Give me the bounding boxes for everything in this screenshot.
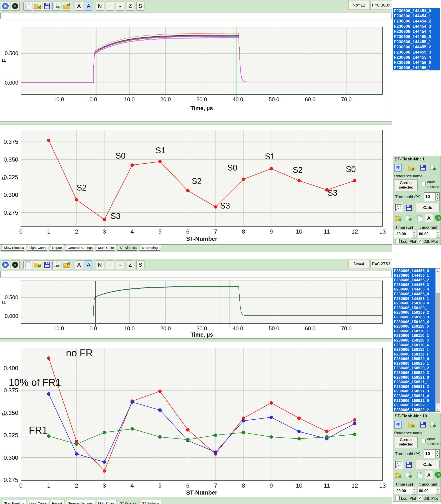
- st-data-point[interactable]: [298, 437, 301, 440]
- open-file-button[interactable]: [33, 1, 42, 11]
- file-list-item[interactable]: F230606_144456_1: [393, 65, 440, 70]
- file-list-item[interactable]: F230606_144456_1: [393, 296, 440, 301]
- open-reference-button[interactable]: [408, 421, 414, 427]
- export-file-button[interactable]: [52, 260, 62, 269]
- st-data-point[interactable]: [75, 442, 78, 446]
- st-data-point[interactable]: [75, 452, 78, 456]
- st-data-point[interactable]: [269, 401, 273, 405]
- file-list-item[interactable]: F230606_150520_3: [393, 370, 440, 375]
- export-result-button[interactable]: [406, 472, 412, 478]
- st-data-point[interactable]: [214, 450, 217, 454]
- mode-button-a[interactable]: A: [75, 1, 83, 11]
- file-list-item[interactable]: F230606_144455_2: [393, 45, 440, 50]
- threshold-spinner[interactable]: ▲▼: [435, 450, 440, 458]
- file-list-item[interactable]: F230606_144454_4: [393, 29, 440, 34]
- scatter-view-button[interactable]: [394, 460, 403, 469]
- save-result-button[interactable]: [406, 205, 412, 211]
- mode-button--[interactable]: -: [116, 260, 124, 269]
- st-data-point[interactable]: [103, 469, 106, 473]
- st-data-point[interactable]: [186, 428, 189, 432]
- file-list-item[interactable]: F230606_150109_3: [393, 315, 440, 319]
- st-data-point[interactable]: [269, 416, 273, 419]
- export-file-button[interactable]: [52, 1, 62, 11]
- threshold-value[interactable]: 10: [424, 450, 435, 458]
- spin-down-arrow[interactable]: ▼: [412, 234, 416, 237]
- tmax-input-spinner[interactable]: ▲▼: [436, 230, 440, 237]
- file-list-item[interactable]: F230606_150110_4: [393, 343, 440, 347]
- mode-button-s[interactable]: S: [136, 1, 144, 11]
- diff-plot-checkbox[interactable]: ✓: [418, 239, 422, 243]
- tab-general-settings[interactable]: General Settings: [65, 500, 95, 504]
- play-button[interactable]: [1, 260, 10, 269]
- spin-down-arrow[interactable]: ▼: [412, 491, 416, 495]
- tab-slow-kinetics[interactable]: Slow Kinetics: [1, 245, 26, 251]
- threshold-spinbox[interactable]: 10▲▼: [424, 192, 440, 201]
- tmax-input-spinner[interactable]: ▲▼: [436, 487, 440, 495]
- file-list-item[interactable]: F230606_144454_3: [393, 24, 440, 29]
- file-list-item[interactable]: F230606_144455_0: [393, 34, 440, 39]
- spin-up-arrow[interactable]: ▲: [436, 193, 440, 197]
- reference-mode-button[interactable]: R: [394, 164, 402, 172]
- tab-st-settings[interactable]: ST Settings: [140, 500, 162, 504]
- view-corrected-checkbox[interactable]: [422, 439, 426, 443]
- tab-slow-kinetics[interactable]: Slow Kinetics: [1, 500, 26, 504]
- tab-st-kinetics[interactable]: ST Kinetics: [117, 500, 139, 504]
- file-list-item[interactable]: F230606_144455_2: [393, 278, 440, 282]
- file-list-item[interactable]: F230606_150521_4: [393, 394, 440, 398]
- mode-button-s[interactable]: S: [136, 260, 144, 269]
- file-list-item[interactable]: F230606_144455_3: [393, 282, 440, 287]
- st-data-point[interactable]: [130, 400, 134, 404]
- open-file-button[interactable]: [33, 260, 42, 269]
- st-data-point[interactable]: [325, 430, 329, 433]
- tmax-input-value[interactable]: 80.00: [418, 230, 436, 237]
- file-list-item[interactable]: F230606_150521_2: [393, 384, 440, 389]
- st-data-point[interactable]: [353, 418, 356, 422]
- tab-light-curve[interactable]: Light Curve: [27, 245, 49, 251]
- threshold-value[interactable]: 10: [424, 193, 435, 201]
- file-list-item[interactable]: F230606_150110_2: [393, 333, 440, 338]
- export-result-button[interactable]: [406, 215, 412, 221]
- st-data-point[interactable]: [353, 179, 356, 182]
- file-list-item[interactable]: F230606_144455_3: [393, 50, 440, 55]
- spin-down-arrow[interactable]: ▼: [436, 197, 440, 201]
- st-data-point[interactable]: [242, 431, 245, 434]
- file-list-item[interactable]: F230606_150521_1: [393, 379, 440, 384]
- st-data-point[interactable]: [103, 218, 106, 221]
- st-data-point[interactable]: [158, 408, 162, 412]
- mode-button--[interactable]: -: [116, 1, 124, 11]
- tab-report[interactable]: Report: [49, 500, 64, 504]
- listbox-scrollbar[interactable]: ▲▼: [435, 268, 440, 411]
- spin-up-arrow[interactable]: ▲: [436, 230, 440, 234]
- st-data-point[interactable]: [242, 419, 245, 423]
- tmax-input[interactable]: 80.00▲▼: [418, 230, 440, 238]
- st-data-point[interactable]: [158, 160, 162, 163]
- file-list-item[interactable]: F230606_150520_1: [393, 361, 440, 366]
- calc-button[interactable]: Calc: [416, 460, 440, 469]
- tab-report[interactable]: Report: [49, 245, 64, 251]
- st-data-point[interactable]: [47, 356, 50, 360]
- file-list-item[interactable]: F230606_144455_1: [393, 39, 440, 45]
- file-list-item[interactable]: F230606_150522_1: [393, 403, 440, 408]
- auto-scale-button[interactable]: A: [425, 214, 433, 222]
- file-list-item[interactable]: F230606_150110_3: [393, 338, 440, 343]
- mode-button-+[interactable]: +: [106, 260, 114, 269]
- tab-st-kinetics[interactable]: ST Kinetics: [117, 245, 139, 251]
- st-data-point[interactable]: [130, 163, 134, 167]
- go-button[interactable]: [435, 471, 441, 478]
- file-list-item[interactable]: F230606_144456_0: [393, 60, 440, 65]
- st-data-point[interactable]: [214, 205, 217, 209]
- log-plot-checkbox[interactable]: [395, 496, 400, 500]
- file-list-item[interactable]: F230606_144456_0: [393, 292, 440, 296]
- st-data-point[interactable]: [298, 416, 301, 420]
- reference-mode-button[interactable]: R: [394, 421, 402, 429]
- file-listbox[interactable]: F230606_144455_0F230606_144455_1F230606_…: [393, 268, 440, 412]
- st-data-point[interactable]: [103, 460, 106, 464]
- scroll-up-arrow[interactable]: ▲: [436, 268, 440, 273]
- threshold-spinner[interactable]: ▲▼: [435, 193, 440, 201]
- st-data-point[interactable]: [130, 427, 134, 431]
- st-data-point[interactable]: [242, 177, 245, 181]
- file-list-item[interactable]: F230606_150521_3: [393, 389, 440, 394]
- tab-st-settings[interactable]: ST Settings: [140, 245, 162, 251]
- file-list-item[interactable]: F230606_144455_4: [393, 55, 440, 60]
- go-button[interactable]: [435, 214, 441, 221]
